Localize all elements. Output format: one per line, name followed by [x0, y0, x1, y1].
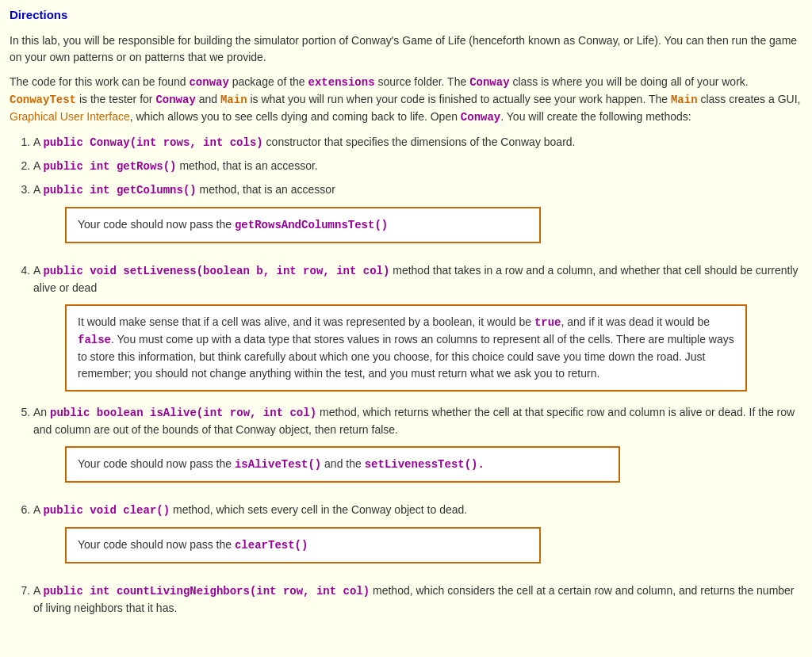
test-method-2b: setLivenessTest(). — [365, 458, 485, 471]
info-box-1: It would make sense that if a cell was a… — [65, 304, 747, 392]
conway-ref3: Conway — [461, 111, 500, 124]
test-box-3-text: Your code should now pass the clearTest(… — [78, 537, 528, 554]
test-box-2: Your code should now pass the isAliveTes… — [65, 446, 620, 483]
method-1-signature: public Conway(int rows, int cols) — [43, 136, 262, 149]
conway-test-ref: ConwayTest — [10, 94, 76, 106]
list-item-6: A public void clear() method, which sets… — [33, 502, 802, 576]
method-5-signature: public boolean isAlive(int row, int col) — [50, 407, 316, 419]
method-4-signature: public void setLiveness(boolean b, int r… — [43, 265, 389, 277]
main-ref2: Main — [671, 94, 698, 106]
list-item-2: A public int getRows() method, that is a… — [33, 158, 802, 175]
test-box-2-text: Your code should now pass the isAliveTes… — [78, 456, 607, 473]
true-keyword: true — [534, 316, 561, 329]
conway-class-ref: Conway — [469, 76, 509, 89]
test-method-3: clearTest() — [235, 539, 308, 552]
method-3-signature: public int getColumns() — [43, 184, 196, 197]
intro-paragraph-1: In this lab, you will be responsible for… — [10, 32, 802, 66]
page-title: Directions — [10, 6, 802, 25]
intro-paragraph-2: The code for this work can be found conw… — [10, 74, 802, 126]
method-7-signature: public int countLivingNeighbors(int row,… — [43, 585, 370, 598]
test-box-3: Your code should now pass the clearTest(… — [65, 527, 541, 563]
method-2-signature: public int getRows() — [43, 160, 176, 173]
extensions-ref: extensions — [308, 76, 375, 89]
gui-link[interactable]: Graphical User Interface — [10, 110, 130, 123]
list-item-3: A public int getColumns() method, that i… — [33, 181, 802, 256]
test-method-1: getRowsAndColumnsTest() — [235, 219, 388, 231]
conway-ref2: Conway — [155, 94, 195, 106]
test-box-1: Your code should now pass the getRowsAnd… — [65, 207, 541, 243]
main-ref: Main — [220, 94, 247, 106]
info-box-1-text: It would make sense that if a cell was a… — [78, 314, 734, 382]
test-box-1-text: Your code should now pass the getRowsAnd… — [78, 216, 528, 234]
list-item-5: An public boolean isAlive(int row, int c… — [33, 404, 802, 495]
methods-list: A public Conway(int rows, int cols) cons… — [33, 134, 802, 617]
test-method-2a: isAliveTest() — [235, 458, 321, 471]
method-6-signature: public void clear() — [43, 504, 170, 517]
list-item-4: A public void setLiveness(boolean b, int… — [33, 262, 802, 392]
list-item-1: A public Conway(int rows, int cols) cons… — [33, 134, 802, 151]
list-item-7: A public int countLivingNeighbors(int ro… — [33, 583, 802, 617]
conway-package-ref: conway — [189, 76, 228, 89]
false-keyword: false — [78, 334, 111, 346]
